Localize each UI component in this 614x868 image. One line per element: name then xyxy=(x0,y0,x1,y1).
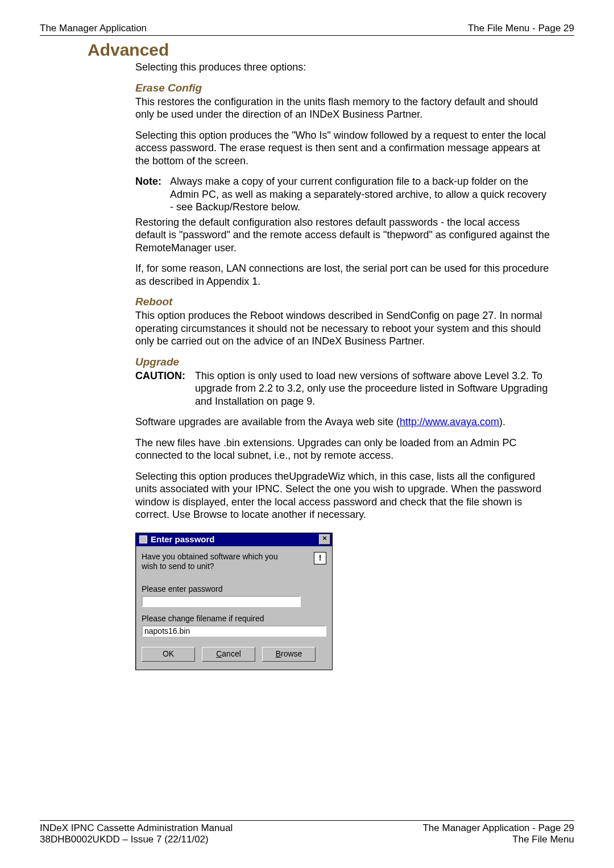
page-footer: INDeX IPNC Cassette Administration Manua… xyxy=(40,820,574,845)
close-button[interactable]: × xyxy=(319,534,330,545)
intro-text: Selecting this produces three options: xyxy=(135,61,551,74)
reboot-heading: Reboot xyxy=(135,296,574,308)
note-label: Note: xyxy=(135,175,167,188)
upgrade-p3: Selecting this option produces theUpgrad… xyxy=(135,470,551,521)
dialog-title: Enter password xyxy=(151,534,215,544)
erase-note: Note: Always make a copy of your current… xyxy=(135,175,551,214)
dialog-body: Have you obtained software which you wis… xyxy=(136,546,332,670)
section-title: Advanced xyxy=(88,40,574,60)
filename-input[interactable] xyxy=(142,625,326,637)
password-input[interactable] xyxy=(142,596,301,607)
avaya-link[interactable]: http://www.avaya.com xyxy=(400,416,499,427)
page: The Manager Application The File Menu - … xyxy=(0,0,614,868)
header-left: The Manager Application xyxy=(40,23,147,34)
browse-button[interactable]: Browse xyxy=(262,647,316,662)
erase-p3: Restoring the default configuration also… xyxy=(135,216,551,255)
page-header: The Manager Application The File Menu - … xyxy=(40,23,574,36)
upgrade-caution: CAUTION: This option is only used to loa… xyxy=(135,369,551,408)
caution-label: CAUTION: xyxy=(135,369,192,383)
reboot-p1: This option produces the Reboot windows … xyxy=(135,309,551,348)
upgrade-heading: Upgrade xyxy=(135,356,574,368)
erase-config-heading: Erase Config xyxy=(135,82,574,94)
dialog-prompt: Have you obtained software which you wis… xyxy=(142,552,295,572)
upgrade-p2: The new files have .bin extensions. Upgr… xyxy=(135,437,551,462)
dialog-app-icon xyxy=(139,535,147,543)
footer-r1: The Manager Application - Page 29 xyxy=(422,823,574,834)
footer-l1: INDeX IPNC Cassette Administration Manua… xyxy=(40,823,233,834)
dialog-titlebar[interactable]: Enter password × xyxy=(136,533,332,546)
erase-p4: If, for some reason, LAN connections are… xyxy=(135,262,551,288)
header-right: The File Menu - Page 29 xyxy=(468,23,574,34)
upgrade-p1-pre: Software upgrades are available from the… xyxy=(135,416,400,427)
cancel-button[interactable]: Cancel xyxy=(202,647,255,662)
upgrade-p1-post: ). xyxy=(499,416,505,427)
footer-r2: The File Menu xyxy=(512,834,574,845)
footer-l2: 38DHB0002UKDD – Issue 7 (22/11/02) xyxy=(40,834,209,845)
warning-icon: ! xyxy=(314,552,326,564)
note-body: Always make a copy of your current confi… xyxy=(170,175,551,214)
erase-p1: This restores the configuration in the u… xyxy=(135,95,551,121)
filename-label: Please change filename if required xyxy=(142,614,326,623)
ok-button[interactable]: OK xyxy=(142,647,195,662)
enter-password-dialog: Enter password × Have you obtained softw… xyxy=(135,533,333,670)
upgrade-p1: Software upgrades are available from the… xyxy=(135,416,551,429)
password-label: Please enter password xyxy=(142,584,326,593)
caution-body: This option is only used to load new ver… xyxy=(195,369,551,408)
erase-p2: Selecting this option produces the "Who … xyxy=(135,129,551,168)
